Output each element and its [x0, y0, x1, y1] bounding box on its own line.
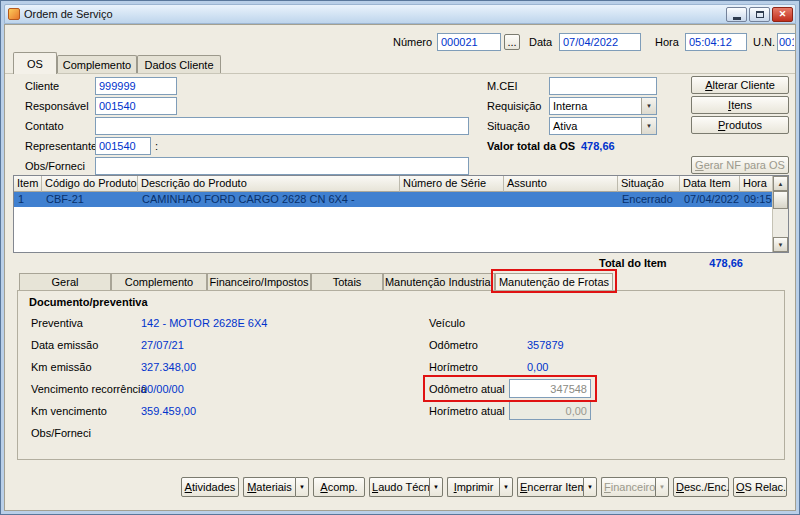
- cell-assunto: [504, 192, 618, 207]
- laudo-dropdown-button[interactable]: ▼: [429, 477, 443, 497]
- requisicao-value: Interna: [553, 100, 587, 112]
- scroll-down-button[interactable]: ▼: [773, 237, 788, 252]
- situacao-value: Ativa: [553, 120, 577, 132]
- table-scrollbar[interactable]: ▲ ▼: [772, 176, 788, 252]
- app-icon: [8, 8, 20, 20]
- chevron-down-icon: ▼: [659, 484, 665, 490]
- tab-os[interactable]: OS: [13, 52, 57, 74]
- cell-hora: 09:15: [740, 192, 772, 207]
- materiais-combo: Materiais ▼: [243, 477, 309, 497]
- column-header-codigo[interactable]: Código do Produto: [42, 176, 138, 192]
- obs-forneci-detail-label: Obs/Forneci: [31, 427, 91, 439]
- column-header-situacao[interactable]: Situação: [618, 176, 680, 192]
- materiais-button[interactable]: Materiais: [243, 477, 295, 497]
- valor-total-label: Valor total da OS: [487, 140, 575, 152]
- horimetro-label: Horímetro: [429, 361, 478, 373]
- contato-label: Contato: [25, 120, 64, 132]
- obs-forneci-label: Obs/Forneci: [25, 160, 85, 172]
- minimize-icon: [733, 17, 741, 20]
- scroll-up-button[interactable]: ▲: [773, 176, 788, 191]
- imprimir-combo: Imprimir ▼: [447, 477, 513, 497]
- column-header-data-item[interactable]: Data Item: [680, 176, 740, 192]
- acomp-button[interactable]: Acomp.: [313, 477, 365, 497]
- column-header-item[interactable]: Item: [14, 176, 42, 192]
- data-emissao-label: Data emissão: [31, 339, 98, 351]
- minimize-button[interactable]: [726, 7, 747, 22]
- situacao-select[interactable]: Ativa ▼: [549, 117, 657, 135]
- imprimir-dropdown-button[interactable]: ▼: [499, 477, 513, 497]
- requisicao-select[interactable]: Interna ▼: [549, 97, 657, 115]
- itens-button[interactable]: Itens: [691, 96, 789, 114]
- preventiva-value: 142 - MOTOR 2628E 6X4: [141, 317, 267, 329]
- alterar-cliente-button[interactable]: Alterar Cliente: [691, 76, 789, 94]
- chevron-down-icon: ▼: [299, 484, 305, 490]
- tab-financeiro-impostos[interactable]: Financeiro/Impostos: [207, 273, 311, 290]
- column-header-hora[interactable]: Hora: [740, 176, 772, 192]
- client-area: Número ... Data Hora U.N. OS Complemento…: [4, 24, 796, 511]
- tab-manutencao-industrial[interactable]: Manutenção Industrial: [383, 273, 495, 290]
- column-header-descricao[interactable]: Descrição do Produto: [138, 176, 400, 192]
- mcei-input[interactable]: [549, 77, 657, 95]
- produtos-button[interactable]: Produtos: [691, 116, 789, 134]
- column-header-assunto[interactable]: Assunto: [504, 176, 618, 192]
- responsavel-input[interactable]: [95, 97, 177, 115]
- tab-totais[interactable]: Totais: [311, 273, 383, 290]
- tab-manutencao-frotas[interactable]: Manutenção de Frotas: [495, 273, 613, 290]
- horimetro-atual-input: [509, 401, 591, 420]
- maximize-icon: [756, 11, 764, 18]
- scrollbar-thumb[interactable]: [773, 191, 788, 209]
- cliente-input[interactable]: [95, 77, 177, 95]
- responsavel-label: Responsável: [25, 100, 89, 112]
- column-header-numero-serie[interactable]: Número de Série: [400, 176, 504, 192]
- contato-input[interactable]: [95, 117, 469, 135]
- km-emissao-value: 327.348,00: [141, 361, 196, 373]
- representante-input[interactable]: [95, 137, 151, 155]
- atividades-button[interactable]: Atividades: [181, 477, 239, 497]
- encerrar-dropdown-button[interactable]: ▼: [583, 477, 597, 497]
- valor-total-value: 478,66: [581, 140, 615, 152]
- obs-forneci-input[interactable]: [95, 157, 469, 175]
- hora-input[interactable]: [685, 33, 747, 51]
- cell-numero-serie: [400, 192, 504, 207]
- tab-complemento[interactable]: Complemento: [57, 55, 137, 74]
- materiais-dropdown-button[interactable]: ▼: [295, 477, 309, 497]
- laudo-tecnico-button[interactable]: Laudo Técn.: [369, 477, 429, 497]
- total-item-label: Total do Item: [599, 257, 667, 269]
- table-row[interactable]: 1 CBF-21 CAMINHAO FORD CARGO 2628 CN 6X4…: [14, 192, 772, 207]
- cliente-label: Cliente: [25, 80, 59, 92]
- odometro-label: Odômetro: [429, 339, 478, 351]
- vencimento-recorrencia-value: 00/00/00: [141, 383, 184, 395]
- tab-page-border: [5, 73, 795, 74]
- cell-data-item: 07/04/2022: [680, 192, 740, 207]
- scroll-up-icon: ▲: [778, 181, 784, 187]
- tab-geral[interactable]: Geral: [19, 273, 111, 290]
- odometro-atual-label: Odômetro atual: [429, 383, 505, 395]
- scroll-down-icon: ▼: [778, 242, 784, 248]
- chevron-down-icon[interactable]: ▼: [641, 118, 656, 134]
- un-label: U.N.: [753, 36, 775, 48]
- os-relac-button[interactable]: OS Relac.: [733, 477, 787, 497]
- close-button[interactable]: ✕: [772, 7, 793, 22]
- chevron-down-icon[interactable]: ▼: [641, 98, 656, 114]
- maximize-button[interactable]: [749, 7, 770, 22]
- data-label: Data: [529, 36, 552, 48]
- data-emissao-value: 27/07/21: [141, 339, 184, 351]
- cell-situacao: Encerrado: [618, 192, 680, 207]
- un-input[interactable]: [777, 33, 796, 51]
- tab-complemento-detail[interactable]: Complemento: [111, 273, 207, 290]
- numero-browse-button[interactable]: ...: [504, 34, 520, 50]
- preventiva-label: Preventiva: [31, 317, 83, 329]
- vencimento-recorrencia-label: Vencimento recorrência: [31, 383, 147, 395]
- numero-input[interactable]: [437, 33, 501, 51]
- imprimir-button[interactable]: Imprimir: [447, 477, 499, 497]
- tab-dados-cliente[interactable]: Dados Cliente: [137, 55, 221, 74]
- close-icon: ✕: [779, 10, 787, 19]
- chevron-down-icon: ▼: [433, 484, 439, 490]
- odometro-atual-input[interactable]: [509, 379, 591, 398]
- encerrar-item-button[interactable]: Encerrar Item: [517, 477, 583, 497]
- title-bar[interactable]: Ordem de Serviço ✕: [4, 4, 796, 24]
- documento-preventiva-groupbox: [17, 290, 785, 460]
- desc-enc-button[interactable]: Desc./Enc.: [673, 477, 729, 497]
- data-input[interactable]: [559, 33, 641, 51]
- hora-label: Hora: [655, 36, 679, 48]
